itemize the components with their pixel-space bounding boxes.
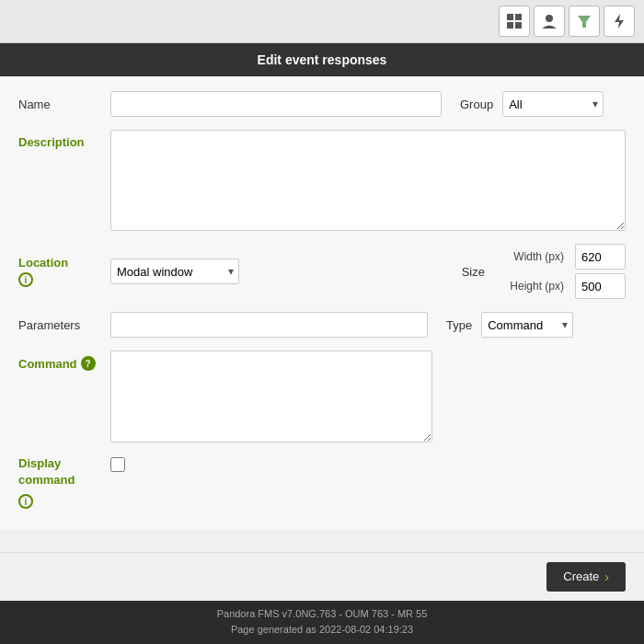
- location-label-block: Location i: [18, 256, 110, 287]
- bolt-icon-button[interactable]: [604, 6, 635, 37]
- type-select-wrapper: Command: [481, 312, 573, 338]
- form-area: Name Group All Description Location i Mo…: [0, 76, 644, 529]
- svg-marker-6: [615, 14, 624, 29]
- width-input[interactable]: [575, 244, 626, 270]
- height-input[interactable]: [575, 273, 626, 299]
- command-textarea[interactable]: [110, 351, 432, 443]
- create-button-label: Create: [563, 569, 599, 583]
- user-icon: [541, 13, 558, 29]
- command-label: Command: [18, 357, 77, 371]
- filter-icon-button[interactable]: [569, 6, 600, 37]
- command-label-block: Command ?: [18, 351, 110, 371]
- toolbar: [0, 0, 644, 43]
- group-label: Group: [460, 98, 493, 111]
- user-icon-button[interactable]: [534, 6, 565, 37]
- group-select[interactable]: All: [502, 91, 604, 117]
- parameters-label: Parameters: [18, 318, 110, 332]
- footer: Pandora FMS v7.0NG.763 - OUM 763 - MR 55…: [0, 601, 644, 644]
- create-button[interactable]: Create ›: [546, 562, 626, 592]
- display-command-checkbox[interactable]: [110, 457, 125, 472]
- bolt-icon: [611, 13, 627, 29]
- svg-rect-2: [507, 22, 513, 29]
- footer-line1: Pandora FMS v7.0NG.763 - OUM 763 - MR 55: [6, 606, 638, 623]
- size-block: Width (px) Height (px): [490, 244, 626, 299]
- width-label: Width (px): [490, 250, 564, 263]
- svg-rect-1: [515, 14, 522, 20]
- grid-icon-button[interactable]: [499, 6, 530, 37]
- main-panel: Edit event responses Name Group All Desc…: [0, 43, 644, 552]
- height-row: Height (px): [490, 273, 626, 299]
- location-label: Location: [18, 256, 68, 270]
- type-label: Type: [446, 318, 472, 332]
- height-label: Height (px): [490, 280, 564, 293]
- location-info-icon[interactable]: i: [18, 272, 33, 287]
- name-group-row: Name Group All: [18, 91, 626, 117]
- svg-point-4: [546, 15, 553, 22]
- display-command-info-icon[interactable]: i: [18, 494, 33, 509]
- create-button-arrow-icon: ›: [604, 569, 609, 584]
- description-textarea[interactable]: [110, 130, 626, 231]
- parameters-type-row: Parameters Type Command: [18, 312, 626, 338]
- grid-icon: [506, 13, 523, 29]
- type-select[interactable]: Command: [481, 312, 573, 338]
- command-row: Command ?: [18, 351, 626, 443]
- edit-header-title: Edit event responses: [258, 52, 387, 67]
- display-command-label: Display command: [18, 455, 110, 489]
- width-row: Width (px): [490, 244, 626, 270]
- description-label: Description: [18, 130, 110, 149]
- edit-header: Edit event responses: [0, 43, 644, 76]
- name-label: Name: [18, 98, 110, 111]
- size-label: Size: [462, 265, 485, 279]
- action-bar: Create ›: [0, 552, 644, 601]
- location-select[interactable]: Modal window: [110, 259, 239, 284]
- group-select-wrapper: All: [502, 91, 604, 117]
- name-input[interactable]: [110, 91, 442, 117]
- location-size-row: Location i Modal window Size Width (px) …: [18, 244, 626, 299]
- command-help-icon[interactable]: ?: [81, 356, 96, 371]
- location-select-wrapper: Modal window: [110, 259, 239, 284]
- svg-marker-5: [578, 16, 591, 28]
- display-command-label-block: Display command i: [18, 455, 110, 509]
- footer-line2: Page generated as 2022-08-02 04:19:23: [6, 622, 638, 638]
- description-row: Description: [18, 130, 626, 231]
- filter-icon: [576, 13, 592, 29]
- parameters-input[interactable]: [110, 312, 428, 338]
- svg-rect-0: [507, 14, 513, 20]
- svg-rect-3: [515, 22, 522, 29]
- display-command-row: Display command i: [18, 455, 626, 509]
